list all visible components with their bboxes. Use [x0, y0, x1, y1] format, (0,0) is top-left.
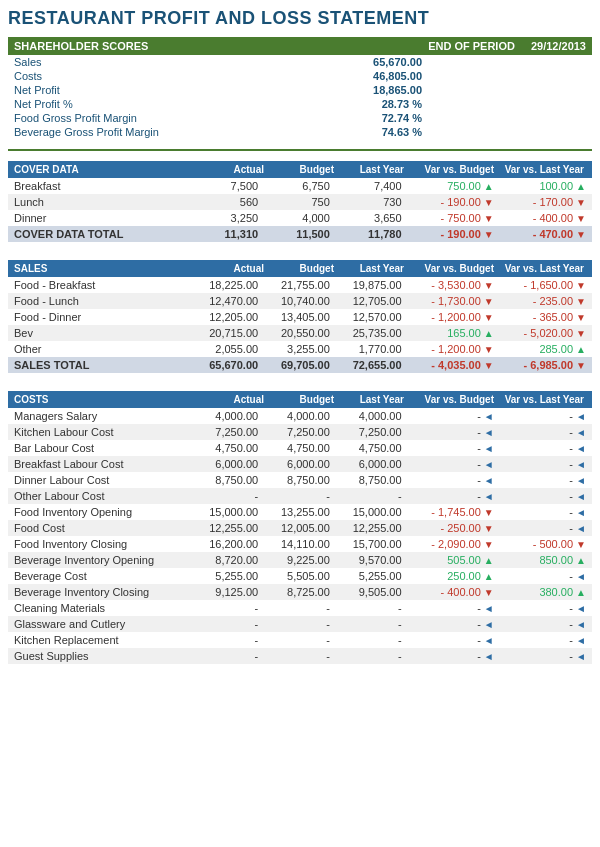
- var-ly-cell: - 5,020.00 ▼: [500, 325, 592, 341]
- var-cell: - ◄: [408, 456, 500, 472]
- row-name: Dinner: [8, 210, 192, 226]
- var-cell: - 1,730.00 ▼: [408, 293, 500, 309]
- row-actual: 7,250.00: [192, 424, 264, 440]
- row-name: Cleaning Materials: [8, 600, 192, 616]
- row-lastyear: 4,000.00: [336, 408, 408, 424]
- row-name: Beverage Inventory Closing: [8, 584, 192, 600]
- var-cell: - 190.00 ▼: [408, 194, 500, 210]
- arrow-neutral-icon: ◄: [484, 651, 494, 662]
- row-lastyear: 7,250.00: [336, 424, 408, 440]
- row-lastyear: 9,505.00: [336, 584, 408, 600]
- arrow-up-icon: ▲: [484, 328, 494, 339]
- row-name: Other Labour Cost: [8, 488, 192, 504]
- table-row: Food Inventory Opening 15,000.00 13,255.…: [8, 504, 592, 520]
- row-actual: 4,000.00: [192, 408, 264, 424]
- cover-total-budget: 11,500: [264, 226, 336, 242]
- cover-col-varly: Var vs. Last Year: [494, 164, 584, 175]
- row-budget: 6,750: [264, 178, 336, 194]
- shareholder-row-value: 74.63 %: [228, 125, 428, 139]
- arrow-neutral-icon: ◄: [576, 475, 586, 486]
- var-cell: 750.00 ▲: [408, 178, 500, 194]
- arrow-down-icon: ▼: [576, 280, 586, 291]
- var-cell: - ◄: [408, 616, 500, 632]
- row-actual: 18,225.00: [192, 277, 264, 293]
- row-lastyear: -: [336, 632, 408, 648]
- table-row: Cleaning Materials - - - - ◄ - ◄: [8, 600, 592, 616]
- var-cell: - ◄: [408, 632, 500, 648]
- row-actual: 16,200.00: [192, 536, 264, 552]
- row-name: Food - Dinner: [8, 309, 192, 325]
- var-cell: - ◄: [500, 408, 592, 424]
- arrow-neutral-icon: ◄: [576, 459, 586, 470]
- var-cell: 850.00 ▲: [500, 552, 592, 568]
- row-actual: 12,255.00: [192, 520, 264, 536]
- arrow-down-icon: ▼: [484, 197, 494, 208]
- row-budget: 4,000: [264, 210, 336, 226]
- var-cell: 505.00 ▲: [408, 552, 500, 568]
- var-cell: - ◄: [500, 504, 592, 520]
- arrow-neutral-icon: ◄: [576, 635, 586, 646]
- var-ly-cell: - 365.00 ▼: [500, 309, 592, 325]
- row-lastyear: 15,700.00: [336, 536, 408, 552]
- row-lastyear: -: [336, 488, 408, 504]
- row-actual: 12,470.00: [192, 293, 264, 309]
- row-lastyear: 12,570.00: [336, 309, 408, 325]
- row-actual: 9,125.00: [192, 584, 264, 600]
- shareholder-row-label: Food Gross Profit Margin: [8, 111, 228, 125]
- row-actual: -: [192, 600, 264, 616]
- var-cell: - ◄: [408, 600, 500, 616]
- sales-header-title: SALES: [14, 263, 194, 274]
- row-budget: -: [264, 488, 336, 504]
- row-budget: 750: [264, 194, 336, 210]
- arrow-down-icon: ▼: [484, 213, 494, 224]
- var-cell: 165.00 ▲: [408, 325, 500, 341]
- row-budget: 12,005.00: [264, 520, 336, 536]
- arrow-down-icon: ▼: [576, 296, 586, 307]
- row-lastyear: 5,255.00: [336, 568, 408, 584]
- arrow-up-icon: ▲: [576, 587, 586, 598]
- arrow-down-icon: ▼: [484, 539, 494, 550]
- sales-total-lastyear: 72,655.00: [336, 357, 408, 373]
- var-cell: - ◄: [408, 408, 500, 424]
- var-cell: - ◄: [408, 648, 500, 664]
- var-cell: - 750.00 ▼: [408, 210, 500, 226]
- var-cell: - ◄: [408, 440, 500, 456]
- arrow-neutral-icon: ◄: [576, 507, 586, 518]
- row-actual: 560: [192, 194, 264, 210]
- row-name: Food - Breakfast: [8, 277, 192, 293]
- var-cell: - ◄: [500, 488, 592, 504]
- row-name: Dinner Labour Cost: [8, 472, 192, 488]
- table-row: Kitchen Labour Cost 7,250.00 7,250.00 7,…: [8, 424, 592, 440]
- row-name: Beverage Inventory Opening: [8, 552, 192, 568]
- row-name: Breakfast Labour Cost: [8, 456, 192, 472]
- cover-total-label: COVER DATA TOTAL: [8, 226, 192, 242]
- cover-col-varbud: Var vs. Budget: [404, 164, 494, 175]
- arrow-down-icon: ▼: [484, 296, 494, 307]
- sales-total-varly-cell: - 6,985.00 ▼: [500, 357, 592, 373]
- arrow-down-icon: ▼: [484, 229, 494, 240]
- arrow-up-icon: ▲: [576, 344, 586, 355]
- row-actual: 3,250: [192, 210, 264, 226]
- var-cell: - ◄: [500, 600, 592, 616]
- arrow-neutral-icon: ◄: [576, 523, 586, 534]
- row-budget: 14,110.00: [264, 536, 336, 552]
- row-actual: 12,205.00: [192, 309, 264, 325]
- cover-table: Breakfast 7,500 6,750 7,400 750.00 ▲ 100…: [8, 178, 592, 242]
- table-row: Other 2,055.00 3,255.00 1,770.00 - 1,200…: [8, 341, 592, 357]
- row-lastyear: -: [336, 648, 408, 664]
- row-name: Breakfast: [8, 178, 192, 194]
- table-row: Food Cost 12,255.00 12,005.00 12,255.00 …: [8, 520, 592, 536]
- arrow-neutral-icon: ◄: [576, 571, 586, 582]
- cover-col-lastyear: Last Year: [334, 164, 404, 175]
- row-name: Other: [8, 341, 192, 357]
- shareholder-row: Sales 65,670.00: [8, 55, 592, 69]
- sales-col-lastyear: Last Year: [334, 263, 404, 274]
- arrow-neutral-icon: ◄: [484, 635, 494, 646]
- costs-col-actual: Actual: [194, 394, 264, 405]
- arrow-neutral-icon: ◄: [484, 603, 494, 614]
- cover-total-varbud-cell: - 190.00 ▼: [408, 226, 500, 242]
- var-cell: - 250.00 ▼: [408, 520, 500, 536]
- var-cell: - 3,530.00 ▼: [408, 277, 500, 293]
- sales-total-varbud-cell: - 4,035.00 ▼: [408, 357, 500, 373]
- shareholder-row: Net Profit 18,865.00: [8, 83, 592, 97]
